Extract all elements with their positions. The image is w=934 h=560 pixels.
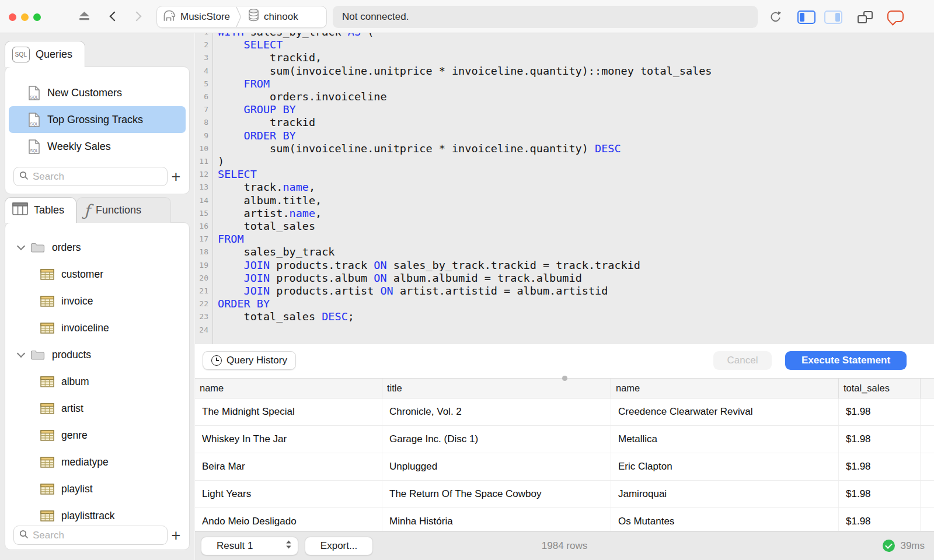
queries-search-row: + (13, 167, 184, 186)
line-number: 11 (195, 155, 213, 168)
breadcrumb-database[interactable]: chinook (242, 6, 304, 27)
tables-search-input[interactable] (33, 530, 162, 541)
table-cell: The Return Of The Space Cowboy (382, 481, 611, 508)
table-cell: Os Mutantes (611, 508, 839, 531)
chevron-down-icon[interactable] (17, 349, 25, 358)
windows-icon[interactable] (858, 11, 873, 23)
query-history-button[interactable]: Query History (203, 351, 296, 370)
tab-queries[interactable]: SQL Queries (5, 41, 85, 67)
queries-search-field[interactable] (13, 167, 168, 186)
tree-table-invoice[interactable]: invoice (5, 288, 189, 314)
line-number: 17 (195, 233, 213, 246)
table-row[interactable]: Light YearsThe Return Of The Space Cowbo… (195, 481, 934, 508)
table-grid-icon (40, 296, 54, 307)
tree-table-artist[interactable]: artist (5, 395, 189, 422)
tree-folder-orders[interactable]: orders (5, 234, 189, 261)
schema-tree: orders customer invoice invoiceline prod… (5, 234, 189, 529)
success-check-icon (883, 540, 895, 552)
queries-panel: SQLNew Customers SQLTop Grossing Tracks … (5, 66, 190, 194)
table-cell: $1.98 (839, 398, 921, 425)
splitter-handle[interactable] (562, 376, 567, 381)
table-cell: Creedence Clearwater Revival (611, 398, 839, 425)
execute-statement-button[interactable]: Execute Statement (785, 351, 907, 370)
tab-tables[interactable]: Tables (5, 197, 76, 223)
line-number: 8 (195, 116, 213, 129)
query-list-item[interactable]: SQLTop Grossing Tracks (9, 106, 186, 133)
tree-table-album[interactable]: album (5, 368, 189, 395)
tables-panel: orders customer invoice invoiceline prod… (5, 222, 190, 550)
table-grid-icon (40, 484, 54, 495)
tables-tab-label: Tables (34, 204, 64, 216)
table-cell: Metallica (611, 426, 839, 453)
clock-icon (211, 355, 222, 366)
table-row[interactable]: Ando Meio DesligadoMinha HistóriaOs Muta… (195, 508, 934, 531)
queries-tab-label: Queries (36, 48, 72, 61)
table-grid-icon (40, 269, 54, 280)
close-window-button[interactable] (9, 13, 16, 21)
code-lines: 1WITH sales_by_track AS (2 SELECT3 track… (195, 33, 934, 344)
feedback-chat-icon[interactable] (887, 10, 904, 22)
tree-table-customer[interactable]: customer (5, 261, 189, 288)
tree-table-playlist[interactable]: playlist (5, 475, 189, 502)
breadcrumb-server[interactable]: MusicStore (157, 6, 236, 27)
column-header[interactable]: title (382, 379, 611, 398)
search-icon (19, 530, 29, 541)
refresh-icon[interactable] (768, 10, 783, 27)
table-cell: Jamiroquai (611, 481, 839, 508)
column-header[interactable]: total_sales (839, 379, 921, 398)
code-line: 2 SELECT (195, 38, 934, 51)
results-table: The Midnight SpecialChronicle, Vol. 2Cre… (195, 398, 934, 531)
tree-table-mediatype[interactable]: mediatype (5, 449, 189, 475)
tables-search-field[interactable] (13, 526, 168, 545)
folder-icon (30, 349, 45, 360)
code-line: 8 trackid (195, 116, 934, 129)
column-header[interactable]: name (611, 379, 839, 398)
connection-status: Not connected. (333, 6, 758, 28)
line-number: 13 (195, 181, 213, 194)
table-cell: Beira Mar (195, 453, 382, 480)
sql-file-icon: SQL (29, 86, 40, 100)
toggle-left-sidebar-icon[interactable] (797, 10, 815, 24)
add-query-button[interactable]: + (168, 168, 184, 186)
queries-search-input[interactable] (33, 171, 162, 183)
forward-button[interactable] (132, 12, 142, 22)
query-list-item[interactable]: SQLWeekly Sales (9, 133, 186, 160)
table-row[interactable]: Whiskey In The JarGarage Inc. (Disc 1)Me… (195, 426, 934, 453)
results-header: nametitlenametotal_sales (195, 378, 934, 398)
query-list-item[interactable]: SQLNew Customers (9, 79, 186, 106)
add-table-button[interactable]: + (168, 527, 184, 544)
sql-editor[interactable]: 1WITH sales_by_track AS (2 SELECT3 track… (195, 33, 934, 344)
line-number: 23 (195, 310, 213, 323)
tree-table-invoiceline[interactable]: invoiceline (5, 314, 189, 341)
code-line: 24 (195, 324, 934, 337)
functions-icon: ƒ (84, 201, 90, 219)
main-area: 1WITH sales_by_track AS (2 SELECT3 track… (195, 33, 934, 560)
breadcrumb: MusicStore chinook (156, 6, 327, 28)
table-cell: Eric Clapton (611, 453, 839, 480)
table-row[interactable]: Beira MarUnpluggedEric Clapton$1.98 (195, 453, 934, 481)
cancel-button[interactable]: Cancel (713, 351, 772, 370)
table-row[interactable]: The Midnight SpecialChronicle, Vol. 2Cre… (195, 398, 934, 426)
line-number: 15 (195, 207, 213, 220)
table-cell: The Midnight Special (195, 398, 382, 425)
code-line: 6 orders.invoiceline (195, 90, 934, 103)
chevron-down-icon[interactable] (17, 242, 25, 250)
tab-functions[interactable]: ƒ Functions (76, 197, 171, 223)
sql-file-icon: SQL (29, 139, 40, 154)
line-number: 6 (195, 90, 213, 103)
column-header[interactable]: name (195, 379, 382, 398)
minimize-window-button[interactable] (21, 13, 29, 21)
eject-icon[interactable] (78, 11, 90, 23)
tree-folder-products[interactable]: products (5, 341, 189, 368)
back-button[interactable] (110, 12, 120, 22)
table-cell: Whiskey In The Jar (195, 426, 382, 453)
tree-table-genre[interactable]: genre (5, 422, 189, 449)
zoom-window-button[interactable] (33, 13, 41, 21)
toggle-right-sidebar-icon[interactable] (824, 10, 842, 24)
table-cell: Unplugged (382, 453, 611, 480)
right-panel-bar (835, 13, 840, 22)
code-line: 14 album.title, (195, 194, 934, 207)
line-number: 24 (195, 324, 213, 337)
sidebar: SQL Queries SQLNew Customers SQLTop Gros… (0, 33, 194, 560)
table-cell: Garage Inc. (Disc 1) (382, 426, 611, 453)
